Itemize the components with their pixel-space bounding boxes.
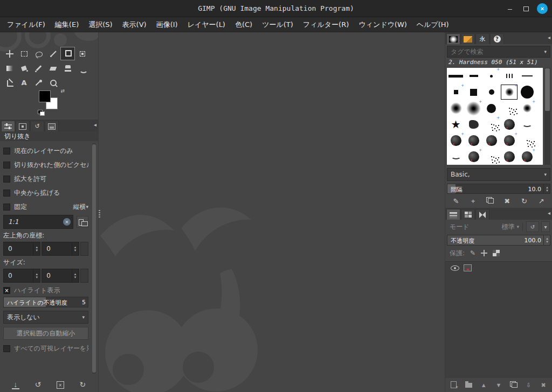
unit-dropdown[interactable] bbox=[80, 242, 88, 256]
maximize-button[interactable] bbox=[521, 3, 532, 14]
brush-item[interactable] bbox=[447, 68, 465, 84]
brush-item[interactable] bbox=[518, 132, 536, 149]
checkbox-fixed[interactable] bbox=[3, 204, 10, 211]
mode-switch-button[interactable]: ↺ bbox=[526, 221, 539, 232]
checkbox-shrink-merged[interactable] bbox=[3, 345, 10, 352]
brush-item[interactable]: ★ bbox=[447, 116, 465, 132]
brush-item[interactable] bbox=[518, 68, 536, 84]
tool-free-select[interactable] bbox=[31, 47, 46, 60]
swap-colors-icon[interactable]: ⇄ bbox=[60, 88, 65, 94]
orientation-toggle-button[interactable] bbox=[77, 216, 88, 228]
brush-item[interactable] bbox=[465, 149, 482, 165]
new-group-button[interactable] bbox=[463, 380, 475, 390]
brush-item[interactable] bbox=[465, 132, 482, 149]
autoshrink-button[interactable]: 選択範囲の自動縮小 bbox=[3, 327, 88, 340]
brush-item[interactable] bbox=[500, 132, 518, 149]
canvas[interactable] bbox=[100, 32, 445, 392]
new-layer-button[interactable]: + bbox=[448, 380, 460, 390]
clear-icon[interactable]: × bbox=[63, 218, 71, 226]
tool-bucket-fill[interactable] bbox=[17, 61, 31, 75]
tool-options-scrollbar[interactable] bbox=[92, 143, 96, 374]
tool-eraser[interactable] bbox=[46, 61, 60, 75]
menu-item-6[interactable]: 色(C) bbox=[230, 17, 257, 32]
tab-images[interactable] bbox=[45, 121, 59, 131]
visibility-icon[interactable] bbox=[451, 265, 459, 271]
brush-item[interactable] bbox=[465, 68, 482, 84]
close-button[interactable]: × bbox=[537, 3, 548, 14]
menu-item-4[interactable]: 画像(I) bbox=[151, 17, 183, 32]
tool-text[interactable]: A bbox=[17, 76, 31, 89]
edit-brush-button[interactable]: ✎ bbox=[450, 195, 462, 206]
menu-item-3[interactable]: 表示(V) bbox=[118, 17, 151, 32]
unit-dropdown[interactable] bbox=[80, 269, 88, 283]
brush-item[interactable] bbox=[482, 116, 500, 132]
color-selector[interactable]: ⇄ bbox=[39, 90, 63, 114]
size-width-spinbox[interactable]: 0 ▴▾ bbox=[3, 269, 40, 283]
scrollbar-thumb[interactable] bbox=[545, 68, 550, 111]
brush-item[interactable] bbox=[465, 100, 482, 116]
tab-paths[interactable] bbox=[475, 209, 489, 220]
brush-item[interactable] bbox=[500, 68, 518, 84]
default-colors-icon[interactable] bbox=[38, 110, 44, 115]
brush-item[interactable] bbox=[447, 100, 465, 116]
guides-dropdown[interactable]: 表示しない ▾ bbox=[3, 311, 88, 324]
minimize-button[interactable]: – bbox=[505, 3, 515, 14]
fixed-value[interactable]: 縦横 bbox=[73, 202, 86, 212]
checkbox-allow-grow[interactable] bbox=[3, 176, 10, 183]
brush-item[interactable] bbox=[482, 100, 500, 116]
foreground-color-swatch[interactable] bbox=[39, 90, 51, 102]
tool-measure[interactable] bbox=[2, 76, 17, 89]
tool-smudge[interactable] bbox=[75, 61, 89, 75]
menu-item-9[interactable]: ウィンドウ(W) bbox=[354, 17, 412, 32]
tool-clone[interactable] bbox=[60, 61, 75, 75]
mode-expand-button[interactable]: ▾ bbox=[541, 221, 550, 232]
refresh-brushes-button[interactable]: ↻ bbox=[518, 195, 530, 206]
brush-item[interactable] bbox=[518, 149, 536, 165]
highlight-opacity-slider[interactable]: ハイライトの不透明度 5 bbox=[3, 297, 88, 307]
tool-paintbrush[interactable] bbox=[31, 61, 46, 75]
layer-row[interactable] bbox=[445, 262, 552, 271]
spin-arrows[interactable]: ▴▾ bbox=[543, 184, 550, 193]
reset-tool-options-button[interactable]: ↻ bbox=[77, 379, 88, 390]
brush-search-input[interactable] bbox=[451, 48, 544, 55]
chevron-down-icon[interactable]: ▾ bbox=[544, 49, 547, 54]
dock-menu-button[interactable]: ◂ bbox=[548, 210, 550, 216]
tab-undo-history[interactable]: ↺ bbox=[30, 121, 44, 131]
duplicate-layer-button[interactable] bbox=[508, 380, 520, 390]
menu-item-8[interactable]: フィルター(R) bbox=[298, 17, 354, 32]
checkbox-expand-center[interactable] bbox=[3, 190, 10, 197]
scrollbar-thumb[interactable] bbox=[92, 144, 96, 373]
spin-arrows[interactable]: ▴▾ bbox=[72, 269, 79, 282]
spin-arrows[interactable]: ▴▾ bbox=[33, 269, 40, 282]
tool-unified-transform[interactable] bbox=[75, 47, 89, 60]
new-brush-button[interactable]: + bbox=[467, 195, 479, 206]
brush-item[interactable] bbox=[482, 84, 500, 100]
menu-item-2[interactable]: 選択(S) bbox=[84, 17, 117, 32]
brush-item[interactable] bbox=[518, 84, 536, 100]
tab-fonts[interactable]: 永 bbox=[475, 33, 489, 44]
checkbox-delete-pixels[interactable] bbox=[3, 162, 10, 169]
brush-collection-dropdown[interactable]: Basic, ▾ bbox=[447, 168, 550, 181]
tab-brushes[interactable] bbox=[446, 33, 460, 44]
delete-layer-button[interactable]: ✖ bbox=[537, 380, 549, 390]
checkbox-current-layer[interactable] bbox=[3, 148, 10, 155]
brush-item[interactable] bbox=[465, 84, 482, 100]
brush-item[interactable] bbox=[447, 132, 465, 149]
tab-channels[interactable] bbox=[461, 209, 475, 220]
tab-layers[interactable] bbox=[446, 209, 460, 220]
brush-item[interactable] bbox=[482, 149, 500, 165]
spin-arrows[interactable]: ▴▾ bbox=[72, 242, 79, 255]
spacing-slider[interactable]: 間隔 10.0 ▴▾ bbox=[447, 184, 550, 194]
brush-item[interactable] bbox=[500, 149, 518, 165]
dock-menu-button[interactable]: ◂ bbox=[548, 34, 550, 40]
position-y-spinbox[interactable]: 0 ▴▾ bbox=[42, 242, 79, 256]
restore-tool-preset-button[interactable]: ↺ bbox=[32, 379, 44, 390]
menu-item-1[interactable]: 編集(E) bbox=[50, 17, 84, 32]
tool-paths[interactable] bbox=[46, 47, 60, 60]
spin-arrows[interactable]: ▴▾ bbox=[33, 242, 40, 255]
aspect-ratio-input[interactable] bbox=[4, 215, 73, 228]
raise-layer-button[interactable]: ▲ bbox=[478, 380, 489, 390]
mode-value[interactable]: 標準 bbox=[501, 222, 514, 232]
position-x-spinbox[interactable]: 0 ▴▾ bbox=[3, 242, 40, 256]
tab-tool-options[interactable] bbox=[1, 121, 15, 131]
